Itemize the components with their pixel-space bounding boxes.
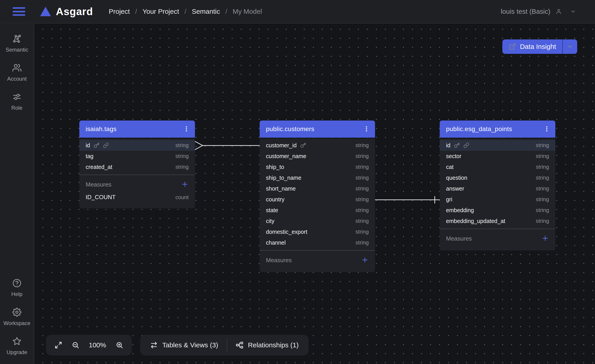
- zoom-out-button[interactable]: [72, 341, 79, 349]
- field-row-channel[interactable]: channelstring: [260, 237, 375, 248]
- table-card-public.esg_data_points: public.esg_data_pointsidstringsectorstri…: [440, 120, 555, 251]
- field-row-question[interactable]: questionstring: [440, 172, 555, 183]
- field-name: ship_to_name: [266, 175, 301, 181]
- table-menu-button[interactable]: [361, 124, 372, 134]
- field-name: question: [446, 175, 468, 181]
- field-row-cat[interactable]: catstring: [440, 161, 555, 172]
- breadcrumb-item-your-project[interactable]: Your Project: [142, 8, 179, 15]
- kebab-icon: [543, 126, 550, 133]
- sidebar-item-role[interactable]: Role: [11, 92, 22, 111]
- measures-label: Measures: [86, 181, 111, 188]
- field-row-tag[interactable]: tagstring: [79, 151, 195, 161]
- field-name: domestic_export: [266, 229, 307, 235]
- field-name: short_name: [266, 185, 296, 192]
- table-body: customer_idstringcustomer_namestringship…: [260, 139, 375, 272]
- user-label: louis test (Basic): [501, 8, 550, 15]
- field-row-embedding_updated_at[interactable]: embedding_updated_atstring: [440, 216, 555, 226]
- help-icon: [12, 279, 21, 288]
- measures-label: Measures: [446, 235, 472, 242]
- field-row-country[interactable]: countrystring: [260, 194, 375, 205]
- field-name: gri: [446, 196, 452, 203]
- field-row-ship_to[interactable]: ship_tostring: [260, 161, 375, 172]
- field-name: ship_to: [266, 164, 284, 170]
- field-name: embedding: [446, 207, 474, 214]
- field-name: channel: [266, 239, 286, 246]
- field-row-created_at[interactable]: created_atstring: [79, 161, 195, 172]
- field-row-customer_name[interactable]: customer_namestring: [260, 151, 375, 161]
- model-canvas[interactable]: isaiah.tagsidstringtagstringcreated_atst…: [35, 24, 595, 364]
- field-row-embedding[interactable]: embeddingstring: [440, 205, 555, 216]
- field-name: created_at: [86, 164, 112, 170]
- field-row-customer_id[interactable]: customer_idstring: [260, 140, 375, 151]
- user-menu-button[interactable]: louis test (Basic): [499, 7, 579, 16]
- zoom-out-icon: [72, 341, 79, 349]
- relationships-button[interactable]: Relationships (1): [236, 341, 299, 349]
- measure-name: ID_COUNT: [86, 194, 116, 201]
- menu-hamburger-button[interactable]: [13, 7, 25, 16]
- plus-icon: [361, 256, 369, 265]
- fit-view-icon: [55, 341, 62, 349]
- graph-icon: [12, 34, 21, 44]
- field-row-gri[interactable]: gristring: [440, 194, 555, 205]
- measures-label: Measures: [266, 257, 292, 264]
- table-title: isaiah.tags: [86, 126, 117, 133]
- field-row-sector[interactable]: sectorstring: [440, 151, 555, 161]
- table-menu-button[interactable]: [181, 124, 192, 134]
- sidebar-item-upgrade[interactable]: Upgrade: [7, 337, 27, 356]
- field-type: string: [355, 142, 369, 148]
- field-name: customer_name: [266, 153, 306, 160]
- add-measure-button[interactable]: [541, 234, 549, 243]
- measures-section: Measures: [440, 229, 555, 251]
- field-type: string: [355, 239, 369, 246]
- tables-views-button[interactable]: Tables & Views (3): [150, 341, 218, 349]
- swap-arrows-icon: [150, 341, 158, 349]
- sliders-icon: [12, 92, 21, 102]
- table-menu-button[interactable]: [541, 124, 552, 134]
- field-name: id: [86, 142, 90, 149]
- table-header[interactable]: isaiah.tags: [79, 120, 195, 138]
- field-type: string: [175, 142, 189, 148]
- breadcrumb-item-project[interactable]: Project: [109, 8, 130, 15]
- sidebar-item-account[interactable]: Account: [7, 63, 27, 82]
- breadcrumb-item-semantic[interactable]: Semantic: [192, 8, 220, 15]
- field-name: tag: [86, 153, 93, 160]
- link-icon: [103, 142, 109, 148]
- sidebar-item-workspace[interactable]: Workspace: [3, 308, 30, 326]
- sidebar-item-help[interactable]: Help: [11, 279, 22, 297]
- field-row-ship_to_name[interactable]: ship_to_namestring: [260, 172, 375, 183]
- plus-icon: [181, 180, 189, 189]
- add-measure-button[interactable]: [181, 180, 189, 189]
- add-measure-button[interactable]: [361, 256, 369, 265]
- sidebar-bottom-group: HelpWorkspaceUpgrade: [3, 279, 30, 356]
- breadcrumb-separator: /: [225, 8, 227, 15]
- field-row-short_name[interactable]: short_namestring: [260, 183, 375, 194]
- measures-section: Measures: [260, 251, 375, 272]
- key-icon: [454, 142, 460, 148]
- sidebar-item-label: Semantic: [6, 47, 28, 53]
- field-row-domestic_export[interactable]: domestic_exportstring: [260, 226, 375, 237]
- user-avatar-icon: [556, 7, 565, 16]
- field-row-id[interactable]: idstring: [440, 140, 555, 151]
- sidebar-item-semantic[interactable]: Semantic: [6, 34, 28, 53]
- table-card-isaiah.tags: isaiah.tagsidstringtagstringcreated_atst…: [79, 120, 195, 208]
- zoom-in-button[interactable]: [116, 341, 123, 349]
- field-type: string: [175, 153, 189, 159]
- data-insight-button[interactable]: Data Insight: [502, 39, 562, 54]
- field-row-city[interactable]: citystring: [260, 216, 375, 226]
- data-insight-dropdown-button[interactable]: [562, 39, 577, 54]
- app-logo: Asgard: [40, 5, 93, 18]
- table-header[interactable]: public.esg_data_points: [440, 120, 555, 138]
- breadcrumb-separator: /: [135, 8, 137, 15]
- field-row-answer[interactable]: answerstring: [440, 183, 555, 194]
- measures-section: MeasuresID_COUNTcount: [79, 175, 195, 208]
- field-row-state[interactable]: statestring: [260, 205, 375, 216]
- field-type: string: [355, 164, 369, 170]
- field-type: string: [536, 207, 549, 213]
- field-row-id[interactable]: idstring: [79, 140, 195, 151]
- fit-view-button[interactable]: [55, 341, 62, 349]
- zoom-level: 100%: [89, 341, 106, 349]
- measure-row-ID_COUNT[interactable]: ID_COUNTcount: [86, 194, 189, 201]
- table-header[interactable]: public.customers: [260, 120, 375, 138]
- key-icon: [300, 142, 306, 148]
- sidebar-item-label: Account: [7, 76, 27, 82]
